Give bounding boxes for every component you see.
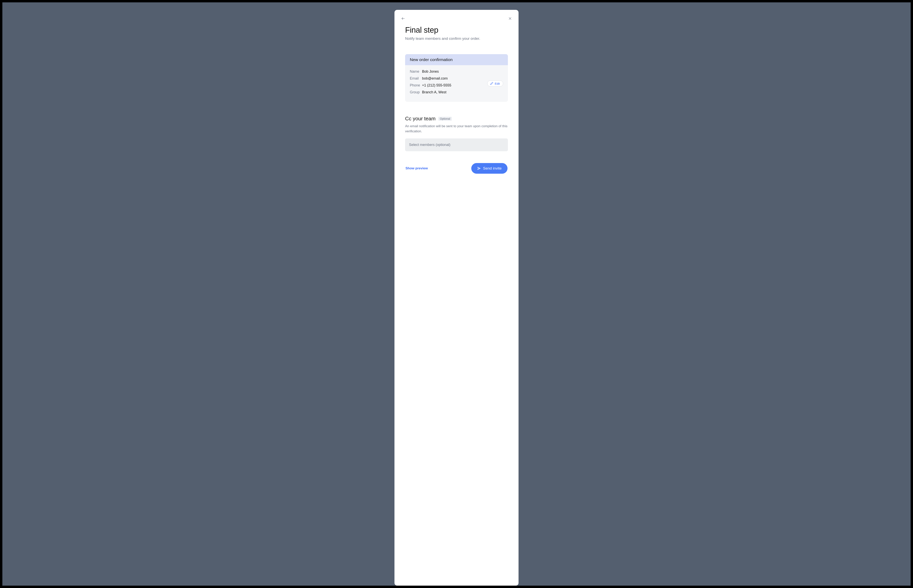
show-preview-button[interactable]: Show preview [406, 166, 428, 170]
detail-row-name: Name Bob Jones [410, 69, 503, 74]
modal-dialog: Final step Notify team members and confi… [394, 10, 519, 586]
group-label: Group [410, 90, 422, 94]
modal-top-controls [394, 16, 519, 21]
send-invite-label: Send invite [483, 166, 502, 171]
phone-label: Phone [410, 83, 422, 87]
optional-badge: Optional [438, 117, 452, 121]
page-background: Final step Notify team members and confi… [2, 2, 911, 586]
cc-title: Cc your team [405, 116, 436, 122]
group-value: Branch A, West [422, 90, 446, 94]
name-label: Name [410, 69, 422, 74]
edit-label: Edit [495, 82, 500, 85]
send-icon [477, 166, 481, 170]
page-title: Final step [405, 26, 508, 34]
select-members-input[interactable]: Select members (optional) [405, 139, 508, 151]
close-button[interactable] [507, 16, 512, 21]
arrow-left-icon [401, 16, 405, 21]
select-placeholder: Select members (optional) [409, 143, 451, 147]
modal-content: Final step Notify team members and confi… [394, 21, 519, 151]
detail-row-email: Email bob@email.com [410, 76, 503, 81]
send-invite-button[interactable]: Send invite [471, 163, 507, 174]
email-label: Email [410, 76, 422, 81]
order-confirmation-card: New order confirmation Name Bob Jones Em… [405, 54, 508, 102]
back-button[interactable] [401, 16, 406, 21]
page-subtitle: Notify team members and confirm your ord… [405, 36, 508, 41]
pencil-icon [490, 82, 493, 85]
name-value: Bob Jones [422, 69, 439, 74]
phone-value: +1 (212) 555-5555 [422, 83, 451, 87]
edit-button[interactable]: Edit [487, 81, 503, 87]
close-icon [508, 17, 512, 20]
card-body: Name Bob Jones Email bob@email.com Phone… [405, 65, 508, 102]
card-header: New order confirmation [405, 54, 508, 65]
modal-footer: Show preview Send invite [394, 163, 519, 174]
cc-description: An email notification will be sent to yo… [405, 124, 508, 134]
email-value: bob@email.com [422, 76, 448, 81]
detail-row-group: Group Branch A, West [410, 90, 503, 94]
cc-header-row: Cc your team Optional [405, 116, 508, 122]
